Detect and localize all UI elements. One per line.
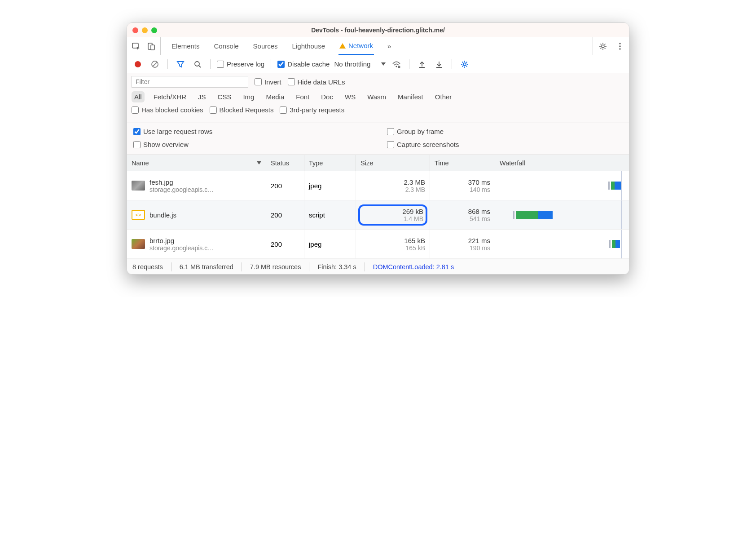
type-filter-media[interactable]: Media <box>263 91 287 102</box>
column-type[interactable]: Type <box>304 155 356 171</box>
column-time[interactable]: Time <box>430 155 495 171</box>
status-transferred: 6.1 MB transferred <box>180 263 233 270</box>
request-name: fesh.jpg <box>149 178 214 186</box>
status-bar: 8 requests 6.1 MB transferred 7.9 MB res… <box>127 259 629 274</box>
disable-cache-checkbox[interactable]: Disable cache <box>277 60 330 68</box>
svg-point-3 <box>602 45 604 48</box>
type-filter-fetch-xhr[interactable]: Fetch/XHR <box>151 91 189 102</box>
device-toggle-icon[interactable] <box>145 40 158 53</box>
network-settings-gear-icon[interactable] <box>458 58 471 71</box>
svg-line-10 <box>199 66 201 67</box>
upload-har-icon[interactable] <box>416 58 428 71</box>
svg-rect-2 <box>151 45 154 50</box>
type-filter-js[interactable]: JS <box>195 91 209 102</box>
type-filter-img[interactable]: Img <box>240 91 257 102</box>
request-time: 370 ms140 ms <box>430 171 495 200</box>
titlebar: DevTools - foul-heavenly-direction.glitc… <box>127 23 629 37</box>
status-requests: 8 requests <box>132 263 163 270</box>
chevron-down-icon <box>381 62 386 66</box>
type-filter-other[interactable]: Other <box>432 91 455 102</box>
image-thumbnail <box>132 181 145 191</box>
svg-line-8 <box>153 62 157 67</box>
type-filters: AllFetch/XHRJSCSSImgMediaFontDocWSWasmMa… <box>132 91 624 102</box>
type-filter-all[interactable]: All <box>132 91 145 102</box>
type-filter-ws[interactable]: WS <box>342 91 358 102</box>
request-type: script <box>304 200 356 229</box>
tab-elements[interactable]: Elements <box>171 38 201 54</box>
request-domain: storage.googleapis.c… <box>149 186 214 193</box>
svg-point-15 <box>463 63 466 66</box>
script-icon: <> <box>132 210 145 220</box>
tab-lighthouse[interactable]: Lighthouse <box>291 38 326 54</box>
inspect-element-icon[interactable] <box>130 40 142 53</box>
request-domain: storage.googleapis.c… <box>149 244 214 252</box>
table-header: Name Status Type Size Time Waterfall <box>127 155 629 171</box>
tab-network-label: Network <box>348 42 373 49</box>
show-overview-checkbox[interactable]: Show overview <box>133 141 369 148</box>
column-name[interactable]: Name <box>127 155 266 171</box>
tab-console[interactable]: Console <box>213 38 240 54</box>
column-waterfall[interactable]: Waterfall <box>495 155 629 171</box>
waterfall-cell <box>495 200 629 229</box>
request-name: brrto.jpg <box>149 237 214 244</box>
column-size[interactable]: Size <box>356 155 430 171</box>
request-status: 200 <box>266 230 304 258</box>
request-size: 269 kB1.4 MB <box>356 200 430 229</box>
type-filter-font[interactable]: Font <box>293 91 312 102</box>
waterfall-cell <box>495 171 629 200</box>
clear-icon[interactable] <box>149 58 161 71</box>
tab-sources[interactable]: Sources <box>252 38 279 54</box>
table-row[interactable]: fesh.jpgstorage.googleapis.c…200jpeg2.3 … <box>127 171 629 200</box>
type-filter-doc[interactable]: Doc <box>318 91 336 102</box>
table-body: fesh.jpgstorage.googleapis.c…200jpeg2.3 … <box>127 171 629 259</box>
group-by-frame-checkbox[interactable]: Group by frame <box>387 128 623 135</box>
column-status[interactable]: Status <box>266 155 304 171</box>
invert-checkbox[interactable]: Invert <box>255 78 281 86</box>
search-icon[interactable] <box>191 58 204 71</box>
request-time: 221 ms190 ms <box>430 230 495 258</box>
image-thumbnail <box>132 239 145 249</box>
tabs-overflow[interactable]: » <box>387 38 392 54</box>
status-finish: Finish: 3.34 s <box>317 263 356 270</box>
panel-tabs: Elements Console Sources Lighthouse Netw… <box>171 37 590 55</box>
request-status: 200 <box>266 171 304 200</box>
svg-point-11 <box>396 66 397 67</box>
network-conditions-icon[interactable] <box>390 58 403 71</box>
request-name: bundle.js <box>149 211 176 219</box>
window-title: DevTools - foul-heavenly-direction.glitc… <box>127 27 629 34</box>
svg-point-6 <box>619 48 620 49</box>
type-filter-manifest[interactable]: Manifest <box>395 91 426 102</box>
table-row[interactable]: brrto.jpgstorage.googleapis.c…200jpeg165… <box>127 230 629 259</box>
status-resources: 7.9 MB resources <box>250 263 301 270</box>
kebab-menu-icon[interactable] <box>614 40 626 53</box>
requests-table: Name Status Type Size Time Waterfall fes… <box>127 155 629 259</box>
waterfall-cell <box>495 230 629 258</box>
status-domcontentloaded: DOMContentLoaded: 2.81 s <box>373 263 454 270</box>
record-button[interactable] <box>132 58 144 71</box>
sort-indicator-icon <box>257 161 261 164</box>
blocked-requests-checkbox[interactable]: Blocked Requests <box>210 106 274 114</box>
download-har-icon[interactable] <box>433 58 445 71</box>
capture-screenshots-checkbox[interactable]: Capture screenshots <box>387 141 623 148</box>
filter-input[interactable] <box>132 76 248 88</box>
svg-point-4 <box>619 43 620 44</box>
warning-icon <box>339 43 346 49</box>
use-large-rows-checkbox[interactable]: Use large request rows <box>133 128 369 135</box>
third-party-checkbox[interactable]: 3rd-party requests <box>280 106 344 114</box>
table-row[interactable]: <>bundle.js200script269 kB1.4 MB868 ms54… <box>127 200 629 230</box>
preserve-log-checkbox[interactable]: Preserve log <box>217 60 264 68</box>
network-toolbar: Preserve log Disable cache No throttling <box>127 55 629 73</box>
throttling-select[interactable]: No throttling <box>334 60 386 68</box>
display-options: Use large request rows Group by frame Sh… <box>127 123 629 155</box>
svg-point-9 <box>195 62 199 66</box>
settings-gear-icon[interactable] <box>597 40 609 53</box>
request-size: 2.3 MB2.3 MB <box>356 171 430 200</box>
hide-data-urls-checkbox[interactable]: Hide data URLs <box>288 78 345 86</box>
type-filter-wasm[interactable]: Wasm <box>365 91 389 102</box>
tab-network[interactable]: Network <box>338 37 374 55</box>
devtools-window: DevTools - foul-heavenly-direction.glitc… <box>127 22 629 275</box>
has-blocked-cookies-checkbox[interactable]: Has blocked cookies <box>132 106 203 114</box>
filter-icon[interactable] <box>174 58 187 71</box>
type-filter-css[interactable]: CSS <box>215 91 234 102</box>
request-status: 200 <box>266 200 304 229</box>
